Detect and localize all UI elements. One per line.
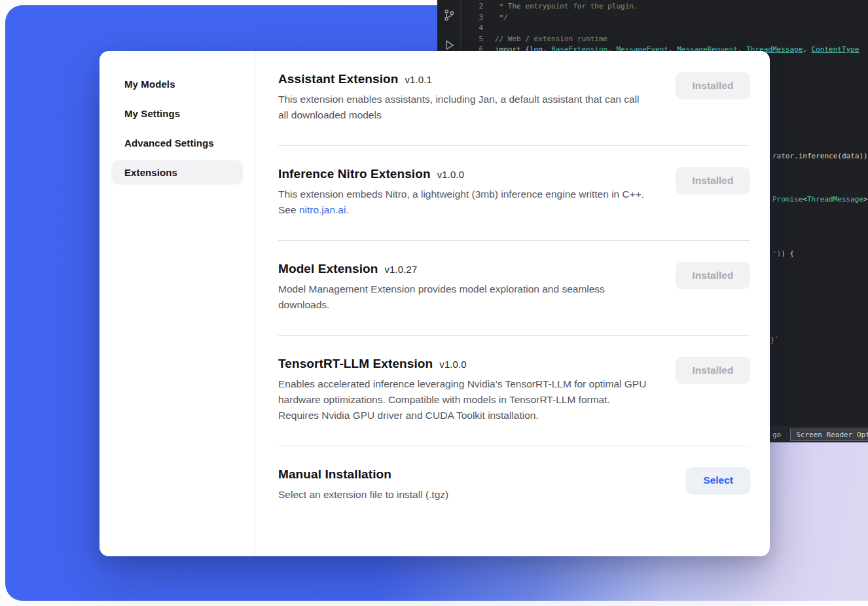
code-fragment: ')) { bbox=[772, 249, 794, 258]
extension-text: TensortRT-LLM Extension v1.0.0 Enables a… bbox=[278, 357, 651, 423]
code-token: inference bbox=[799, 152, 838, 160]
nitro-jan-ai-link[interactable]: nitro.jan.ai bbox=[299, 204, 346, 215]
code-line: 5// Web / extension runtime bbox=[461, 34, 868, 45]
settings-sidebar: My Models My Settings Advanced Settings … bbox=[99, 51, 255, 556]
extension-row-model: Model Extension v1.0.27 Model Management… bbox=[278, 241, 750, 336]
manual-installation-description: Select an extension file to install (.tg… bbox=[278, 487, 448, 503]
extension-description: Enables accelerated inference leveraging… bbox=[278, 376, 651, 423]
extension-title: TensortRT-LLM Extension v1.0.0 bbox=[278, 357, 651, 371]
code-token: // Web / extension runtime bbox=[495, 34, 607, 45]
extension-title: Model Extension v1.0.27 bbox=[278, 262, 651, 276]
line-number: 2 bbox=[461, 1, 483, 12]
extension-row-tensorrt: TensortRT-LLM Extension v1.0.0 Enables a… bbox=[278, 336, 750, 446]
installed-button[interactable]: Installed bbox=[676, 357, 750, 384]
extension-name: TensortRT-LLM Extension bbox=[278, 357, 433, 371]
code-token: */ bbox=[495, 12, 508, 24]
sidebar-item-extensions[interactable]: Extensions bbox=[111, 160, 243, 185]
status-bar-text: go bbox=[772, 431, 781, 439]
code-line: 2 * The entrypoint for the plugin. bbox=[461, 1, 868, 12]
code-token: ') bbox=[772, 249, 781, 258]
extension-description: Model Management Extension provides mode… bbox=[278, 281, 651, 313]
extension-version: v1.0.1 bbox=[405, 74, 432, 85]
code-line: 4 bbox=[461, 23, 868, 34]
code-token: Promise bbox=[772, 195, 803, 204]
settings-modal: My Models My Settings Advanced Settings … bbox=[99, 51, 770, 556]
code-fragment: Promise<ThreadMessage> bbox=[772, 194, 868, 204]
extension-text: Assistant Extension v1.0.1 This extensio… bbox=[278, 72, 651, 123]
screen-reader-badge[interactable]: Screen Reader Optimized bbox=[790, 429, 868, 441]
sidebar-item-my-models[interactable]: My Models bbox=[111, 72, 243, 96]
extension-text: Manual Installation Select an extension … bbox=[278, 467, 448, 503]
extension-version: v1.0.27 bbox=[384, 264, 417, 275]
manual-installation-row: Manual Installation Select an extension … bbox=[278, 446, 750, 503]
extension-row-assistant: Assistant Extension v1.0.1 This extensio… bbox=[278, 51, 750, 146]
sidebar-item-my-settings[interactable]: My Settings bbox=[111, 101, 243, 126]
line-number: 3 bbox=[461, 12, 483, 24]
line-number: 5 bbox=[461, 34, 483, 45]
extension-name: Manual Installation bbox=[278, 467, 391, 482]
extension-name: Inference Nitro Extension bbox=[278, 167, 431, 181]
extension-title: Inference Nitro Extension v1.0.0 bbox=[278, 167, 651, 181]
extension-title: Assistant Extension v1.0.1 bbox=[278, 72, 651, 86]
run-debug-icon[interactable] bbox=[442, 38, 456, 52]
code-token: , bbox=[803, 45, 811, 56]
code-token: rator. bbox=[772, 152, 799, 160]
code-token: > bbox=[863, 195, 868, 204]
code-area: 2 * The entrypoint for the plugin.3 */45… bbox=[461, 1, 868, 56]
code-line: 3 */ bbox=[461, 12, 868, 24]
description-text: . bbox=[346, 204, 348, 215]
installed-button[interactable]: Installed bbox=[676, 262, 750, 289]
code-token: ) { bbox=[781, 249, 794, 258]
desktop: 2 * The entrypoint for the plugin.3 */45… bbox=[0, 0, 868, 606]
installed-button[interactable]: Installed bbox=[676, 72, 750, 99]
installed-button[interactable]: Installed bbox=[676, 167, 750, 194]
extensions-list: Assistant Extension v1.0.1 This extensio… bbox=[255, 51, 770, 556]
extension-name: Assistant Extension bbox=[278, 72, 399, 86]
extension-version: v1.0.0 bbox=[439, 359, 466, 370]
manual-installation-title: Manual Installation bbox=[278, 467, 448, 482]
source-control-icon[interactable] bbox=[442, 8, 456, 22]
extension-text: Inference Nitro Extension v1.0.0 This ex… bbox=[278, 167, 651, 218]
extension-text: Model Extension v1.0.27 Model Management… bbox=[278, 262, 651, 313]
sidebar-item-advanced-settings[interactable]: Advanced Settings bbox=[111, 131, 243, 155]
select-extension-file-button[interactable]: Select bbox=[686, 467, 750, 493]
extension-description: This extension enables assistants, inclu… bbox=[278, 92, 651, 123]
extension-name: Model Extension bbox=[278, 262, 378, 276]
code-token: ContentType bbox=[812, 45, 859, 56]
code-token: (data)); bbox=[837, 152, 868, 160]
extension-row-nitro: Inference Nitro Extension v1.0.0 This ex… bbox=[278, 146, 750, 241]
code-token: ThreadMessage bbox=[807, 195, 863, 204]
extension-description: This extension embeds Nitro, a lightweig… bbox=[278, 187, 651, 218]
extension-version: v1.0.0 bbox=[437, 169, 464, 180]
code-token: * The entrypoint for the plugin. bbox=[495, 1, 638, 12]
code-fragment: rator.inference(data)); bbox=[772, 151, 868, 161]
code-token: < bbox=[803, 195, 807, 204]
line-number: 4 bbox=[461, 23, 483, 34]
